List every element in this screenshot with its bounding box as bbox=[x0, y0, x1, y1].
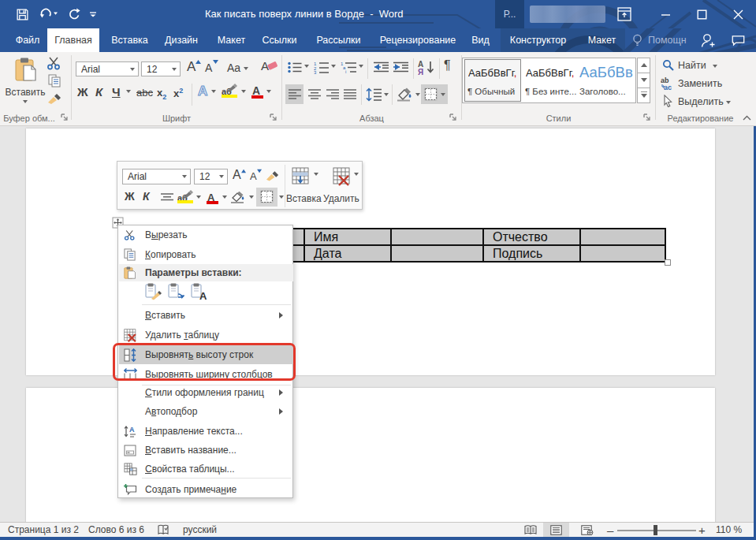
svg-text:А: А bbox=[199, 290, 207, 300]
svg-text:А: А bbox=[129, 426, 135, 434]
svg-text:Я: Я bbox=[418, 68, 423, 75]
svg-text:3: 3 bbox=[314, 70, 317, 74]
svg-text:i: i bbox=[345, 69, 346, 73]
svg-text:ac: ac bbox=[664, 84, 672, 91]
